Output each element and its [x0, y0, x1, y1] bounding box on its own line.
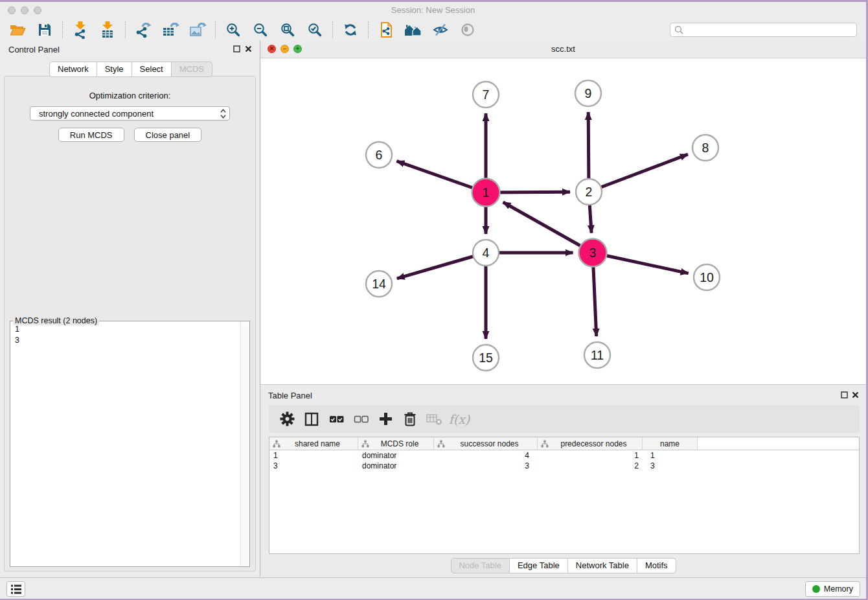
graph-edge-4-14[interactable] [397, 253, 486, 279]
import-network-button[interactable] [67, 20, 94, 40]
table-panel-tabs: Node Table Edge Table Network Table Moti… [450, 558, 676, 573]
graph-node-label-6: 6 [376, 148, 383, 162]
delete-table-button-disabled [422, 408, 447, 430]
export-table-button[interactable] [157, 20, 184, 40]
close-window-button[interactable] [8, 6, 16, 14]
cell-predecessor-nodes[interactable]: 2 [538, 461, 643, 470]
column-header-name[interactable]: name [643, 437, 698, 450]
cell-name[interactable]: 1 [643, 451, 698, 460]
cell-successor-nodes[interactable]: 4 [434, 451, 538, 460]
open-session-button[interactable] [4, 20, 31, 40]
show-column-panel-button[interactable] [299, 408, 324, 430]
add-column-button[interactable] [373, 408, 398, 430]
criterion-dropdown[interactable]: strongly connected component [30, 106, 230, 121]
table-row[interactable]: 3 dominator 3 2 3 [269, 461, 859, 471]
network-minimize-button[interactable]: – [280, 45, 289, 53]
tab-network-table[interactable]: Network Table [568, 558, 637, 573]
houses-icon [404, 22, 422, 38]
graph-node-label-3: 3 [589, 246, 597, 260]
tab-motifs[interactable]: Motifs [637, 558, 676, 573]
close-panel-icon[interactable] [852, 391, 859, 398]
tab-edge-table[interactable]: Edge Table [510, 558, 568, 573]
graph-node-label-14: 14 [372, 277, 386, 291]
window-titlebar: Session: New Session [0, 2, 866, 18]
show-graphics-details-button[interactable] [454, 20, 481, 40]
network-window-title: scc.txt [551, 44, 575, 54]
save-session-button[interactable] [31, 20, 58, 40]
zoom-in-button[interactable] [220, 20, 247, 40]
graph-node-label-8: 8 [702, 141, 709, 155]
table-panel: Table Panel [260, 384, 866, 577]
maximize-window-button[interactable] [34, 6, 41, 14]
graph-edge-2-8[interactable] [589, 154, 688, 192]
cell-predecessor-nodes[interactable]: 1 [538, 451, 643, 460]
cell-mcds-role[interactable]: dominator [358, 451, 434, 460]
tab-select[interactable]: Select [132, 62, 172, 77]
export-table-icon [162, 21, 179, 38]
result-scrollbar[interactable] [240, 322, 249, 566]
cell-name[interactable]: 3 [643, 461, 698, 470]
control-panel-header: Control Panel [0, 43, 260, 58]
task-history-button[interactable] [6, 581, 25, 597]
close-panel-icon[interactable] [245, 45, 252, 52]
memory-label: Memory [824, 584, 853, 594]
trash-icon [403, 411, 417, 427]
refresh-view-button[interactable] [337, 20, 364, 40]
save-icon [38, 23, 52, 37]
tab-node-table[interactable]: Node Table [450, 558, 510, 573]
clone-network-button[interactable] [372, 20, 400, 40]
delete-column-button[interactable] [398, 408, 422, 430]
memory-button[interactable]: Memory [805, 581, 860, 597]
hide-graphics-details-button[interactable] [427, 20, 454, 40]
network-close-button[interactable]: ✕ [268, 45, 276, 53]
column-header-predecessor-nodes[interactable]: predecessor nodes [538, 437, 643, 450]
mcds-result-title: MCDS result (2 nodes) [13, 316, 99, 325]
float-panel-icon[interactable] [841, 391, 848, 398]
tree-icon [437, 440, 445, 448]
zoom-out-button[interactable] [247, 20, 274, 40]
mcds-result-line: 3 [15, 335, 240, 346]
table-toolbar: f(x) [269, 405, 860, 433]
mcds-result-line: 1 [15, 324, 240, 335]
column-header-mcds-role[interactable]: MCDS role [358, 437, 434, 450]
graph-node-label-11: 11 [591, 348, 604, 362]
network-canvas[interactable]: 7968124314101511 [260, 58, 866, 384]
float-panel-icon[interactable] [233, 45, 240, 52]
fx-icon: f(x) [449, 412, 470, 426]
search-input[interactable] [684, 25, 856, 35]
export-image-button[interactable] [184, 20, 211, 40]
column-header-shared-name[interactable]: shared name [269, 437, 358, 450]
refresh-icon [343, 22, 358, 38]
home-button[interactable] [400, 20, 427, 40]
select-all-columns-button[interactable] [324, 408, 348, 430]
zoom-fit-icon [280, 22, 295, 38]
zoom-selected-button[interactable] [301, 20, 328, 40]
table-row[interactable]: 1 dominator 4 1 1 [269, 450, 859, 461]
network-graph[interactable]: 7968124314101511 [260, 58, 866, 384]
graph-edge-3-1[interactable] [503, 202, 593, 253]
eye-slash-icon [432, 22, 449, 38]
minimize-window-button[interactable] [21, 6, 29, 14]
cell-shared-name[interactable]: 1 [269, 451, 358, 460]
table-settings-button[interactable] [275, 408, 299, 430]
run-mcds-button[interactable]: Run MCDS [58, 128, 124, 142]
network-maximize-button[interactable]: + [293, 45, 302, 53]
mcds-result-list[interactable]: 1 3 [11, 322, 240, 566]
tab-style[interactable]: Style [97, 62, 132, 77]
graph-node-label-7: 7 [483, 87, 490, 102]
cell-shared-name[interactable]: 3 [269, 461, 358, 470]
zoom-fit-button[interactable] [274, 20, 301, 40]
search-field[interactable] [670, 23, 857, 37]
column-header-successor-nodes[interactable]: successor nodes [434, 437, 538, 450]
export-network-button[interactable] [130, 20, 157, 40]
tab-mcds[interactable]: MCDS [172, 62, 212, 77]
cell-mcds-role[interactable]: dominator [358, 461, 434, 470]
cell-successor-nodes[interactable]: 3 [434, 461, 538, 470]
tab-network[interactable]: Network [49, 62, 97, 77]
import-table-button[interactable] [94, 20, 121, 40]
close-panel-button[interactable]: Close panel [134, 128, 202, 142]
unselect-all-columns-button[interactable] [348, 408, 373, 430]
network-window-titlebar: ✕ – + scc.txt [260, 40, 866, 58]
zoom-in-icon [225, 22, 241, 38]
eye-disabled-icon [460, 22, 475, 38]
